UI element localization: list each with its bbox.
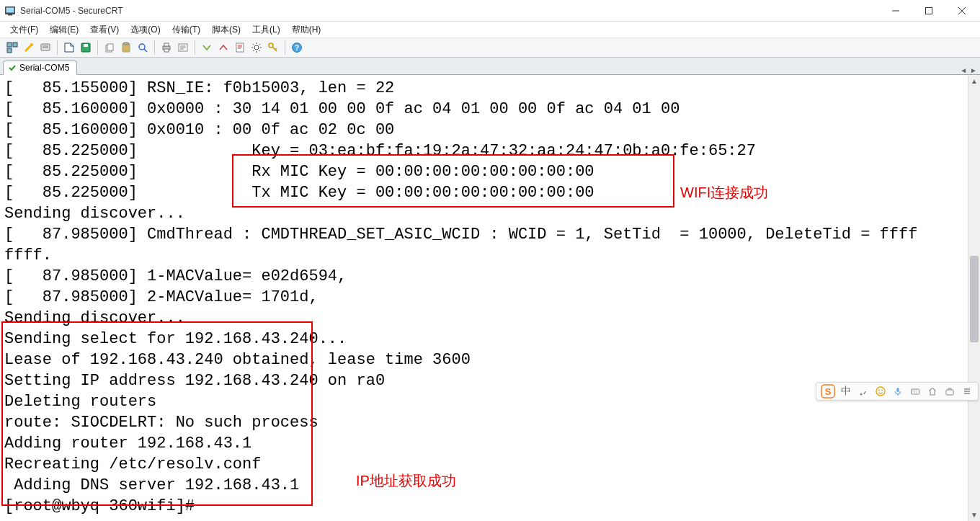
- options-icon[interactable]: [175, 40, 191, 55]
- ime-toolbox-icon[interactable]: [943, 385, 956, 398]
- svg-rect-17: [164, 43, 169, 46]
- ime-voice-icon[interactable]: [891, 385, 904, 398]
- svg-rect-4: [7, 43, 12, 47]
- save-icon[interactable]: [78, 40, 94, 55]
- transfer-icon[interactable]: [199, 40, 215, 55]
- svg-point-30: [881, 390, 883, 391]
- find-icon[interactable]: [135, 40, 151, 55]
- ime-settings-icon[interactable]: [961, 385, 974, 398]
- scroll-down-icon[interactable]: ▼: [968, 509, 980, 521]
- ime-punct-icon[interactable]: [857, 385, 870, 398]
- svg-rect-18: [164, 49, 169, 52]
- toolbar-separator: [195, 40, 195, 55]
- new-session-icon[interactable]: [61, 40, 77, 55]
- session-manager-icon[interactable]: [4, 40, 20, 55]
- toolbar-separator: [57, 40, 58, 55]
- svg-rect-10: [84, 44, 88, 47]
- svg-rect-33: [946, 390, 953, 395]
- tab-status-icon: [8, 63, 17, 72]
- svg-point-27: [860, 393, 863, 396]
- svg-rect-5: [13, 43, 17, 47]
- menu-options[interactable]: 选项(O): [125, 22, 166, 37]
- tab-scroll-left-icon[interactable]: ◄: [960, 66, 967, 74]
- svg-point-21: [254, 45, 259, 50]
- tabstrip: Serial-COM5 ◄ ►: [0, 58, 980, 75]
- scroll-track[interactable]: [968, 87, 980, 509]
- sogou-logo-icon[interactable]: S: [821, 384, 835, 398]
- settings-icon[interactable]: [249, 40, 264, 55]
- svg-text:?: ?: [295, 44, 299, 52]
- svg-rect-31: [896, 388, 899, 392]
- terminal-area: [ 85.155000] RSN_IE: f0b15003, len = 22 …: [0, 75, 980, 521]
- menu-file[interactable]: 文件(F): [4, 22, 44, 37]
- maximize-button[interactable]: [912, 0, 945, 21]
- menu-edit[interactable]: 编辑(E): [44, 22, 84, 37]
- scroll-thumb[interactable]: [970, 256, 979, 342]
- paste-icon[interactable]: [118, 40, 134, 55]
- copy-icon[interactable]: [102, 40, 117, 55]
- svg-point-15: [139, 44, 145, 50]
- vertical-scrollbar[interactable]: ▲ ▼: [968, 75, 980, 521]
- key-icon[interactable]: [265, 40, 281, 55]
- window-titlebar: Serial-COM5 - SecureCRT: [0, 0, 980, 22]
- menubar: 文件(F) 编辑(E) 查看(V) 选项(O) 传输(T) 脚本(S) 工具(L…: [0, 22, 980, 37]
- scroll-up-icon[interactable]: ▲: [968, 75, 980, 87]
- reconnect-icon[interactable]: [37, 40, 53, 55]
- ime-keyboard-icon[interactable]: [909, 385, 922, 398]
- svg-rect-2: [8, 14, 12, 16]
- terminal-output[interactable]: [ 85.155000] RSN_IE: f0b15003, len = 22 …: [0, 75, 980, 521]
- svg-rect-6: [7, 48, 12, 53]
- menu-view[interactable]: 查看(V): [84, 22, 125, 37]
- tab-serial-com5[interactable]: Serial-COM5: [3, 61, 77, 75]
- svg-point-28: [876, 387, 885, 396]
- toolbar: ?: [0, 37, 980, 58]
- app-icon: [4, 5, 16, 17]
- toolbar-separator: [97, 40, 98, 55]
- help-icon[interactable]: ?: [289, 40, 305, 55]
- svg-rect-1: [6, 7, 14, 12]
- svg-rect-3: [926, 7, 932, 14]
- menu-script[interactable]: 脚本(S): [206, 22, 246, 37]
- tab-scroll-right-icon[interactable]: ►: [970, 66, 977, 74]
- close-button[interactable]: [945, 0, 979, 21]
- ime-skin-icon[interactable]: [926, 385, 939, 398]
- svg-rect-20: [236, 43, 244, 52]
- svg-rect-14: [124, 43, 128, 45]
- tab-label: Serial-COM5: [19, 63, 69, 73]
- svg-point-29: [878, 390, 880, 391]
- menu-transfer[interactable]: 传输(T): [166, 22, 206, 37]
- ime-toolbar[interactable]: S 中: [816, 382, 979, 401]
- svg-text:S: S: [825, 386, 832, 397]
- print-icon[interactable]: [159, 40, 174, 55]
- menu-help[interactable]: 帮助(H): [286, 22, 327, 37]
- script-icon[interactable]: [232, 40, 248, 55]
- toolbar-separator: [154, 40, 155, 55]
- ime-emoji-icon[interactable]: [874, 385, 887, 398]
- svg-rect-12: [107, 44, 113, 50]
- svg-point-7: [30, 43, 33, 46]
- minimize-button[interactable]: [879, 0, 912, 21]
- ime-lang-indicator[interactable]: 中: [839, 385, 852, 398]
- window-title: Serial-COM5 - SecureCRT: [20, 6, 122, 16]
- quick-connect-icon[interactable]: [21, 40, 37, 55]
- toolbar-separator: [285, 40, 285, 55]
- menu-tools[interactable]: 工具(L): [246, 22, 286, 37]
- receive-icon[interactable]: [215, 40, 231, 55]
